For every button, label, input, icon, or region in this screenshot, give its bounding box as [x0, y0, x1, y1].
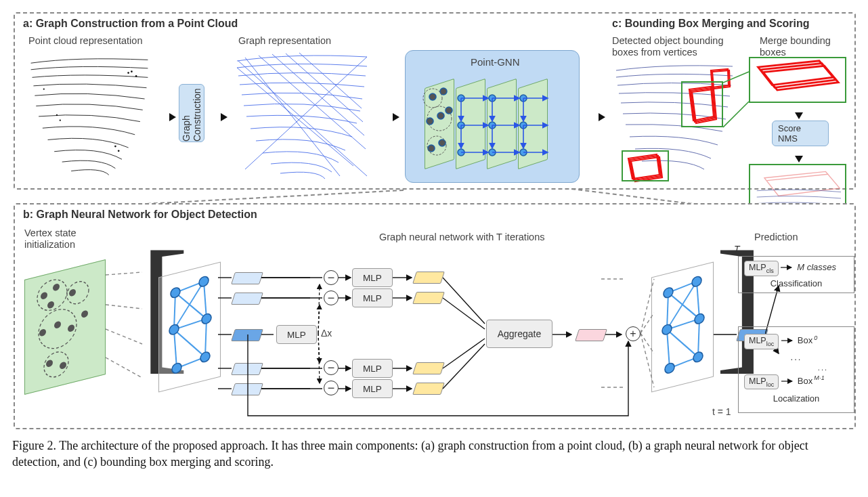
svg-point-77 [200, 351, 210, 363]
svg-point-14 [439, 139, 446, 146]
edge-feature-block-icon [412, 292, 445, 304]
svg-point-73 [199, 276, 209, 287]
vertex-init-plane [24, 259, 106, 395]
edge-feature-block-icon [412, 272, 445, 284]
svg-line-58 [106, 272, 142, 275]
graph-construction-label: Graph Construction [181, 85, 202, 142]
svg-point-8 [429, 93, 436, 100]
highlight-rect-icon [622, 150, 669, 181]
panel-c-title: c: Bounding Box Merging and Scoring [612, 18, 810, 30]
svg-line-111 [667, 293, 668, 329]
figure-caption: Figure 2. The architecture of the propos… [12, 437, 856, 471]
svg-line-105 [443, 298, 485, 329]
classification-box: MLPcls M classes Classification [738, 256, 854, 293]
svg-line-68 [174, 329, 177, 369]
point-gnn-container: Point-GNN [405, 50, 580, 183]
panel-b-title: b: Graph Neural Network for Object Detec… [23, 209, 257, 221]
svg-line-129 [641, 333, 654, 387]
svg-line-117 [698, 319, 699, 357]
svg-line-59 [106, 305, 142, 309]
svg-point-1 [131, 70, 133, 72]
mlp-loc-box: MLPloc [744, 374, 779, 390]
panel-b: b: Graph Neural Network for Object Detec… [14, 203, 856, 429]
mlp-loc-box: MLPloc [744, 334, 779, 349]
svg-point-44 [41, 291, 47, 299]
svg-line-104 [443, 278, 485, 324]
svg-point-50 [68, 324, 74, 332]
svg-point-4 [60, 120, 61, 121]
svg-point-49 [54, 320, 61, 328]
localization-box: MLPloc Box0 ... ... MLPloc BoxM-1 Locali… [738, 326, 854, 413]
svg-point-2 [135, 75, 137, 77]
graph-plane-left [158, 262, 221, 393]
classification-label: Classification [744, 278, 848, 288]
vertex-init-label: Vertex state initialization [24, 228, 99, 250]
arrow-icon [586, 111, 605, 125]
svg-line-116 [667, 329, 670, 369]
small-arrow-icon [781, 264, 794, 271]
t-superscript: T [734, 244, 740, 255]
graph-construction-box: Graph Construction [179, 84, 204, 142]
layer-connections-icon [454, 78, 556, 173]
svg-point-5 [114, 146, 116, 148]
svg-point-51 [81, 310, 88, 318]
svg-point-76 [172, 362, 181, 374]
svg-line-60 [106, 329, 142, 344]
arrow-icon [381, 111, 399, 125]
pointcloud-label: Point cloud representation [28, 35, 142, 46]
residual-line-icon [232, 329, 638, 421]
svg-point-75 [202, 313, 211, 324]
short-arrow-icon [714, 329, 741, 340]
svg-point-122 [662, 324, 672, 335]
svg-point-53 [60, 362, 66, 370]
dashed-fan-icon [641, 265, 659, 401]
svg-point-6 [118, 150, 120, 152]
merge-bbox-label: Merge bounding boxes [760, 35, 848, 58]
mlp-cls-box: MLPcls [744, 261, 779, 276]
svg-point-45 [53, 283, 60, 291]
localization-label: Localization [744, 393, 848, 404]
small-arrow-icon [781, 337, 795, 344]
svg-point-52 [46, 359, 53, 367]
t-equals-label: t = 1 [712, 406, 731, 417]
panel-a-title: a: Graph Construction from a Point Cloud [23, 18, 238, 30]
svg-point-3 [56, 114, 58, 116]
svg-line-69 [205, 319, 207, 357]
svg-point-123 [695, 313, 704, 324]
detected-bbox-label: Detected object bounding boxes from vert… [612, 35, 734, 58]
point-cloud-image [24, 47, 154, 183]
merge-column: Score NMS [749, 57, 849, 210]
prediction-label: Prediction [754, 232, 798, 242]
svg-point-120 [664, 286, 673, 298]
svg-point-121 [692, 276, 701, 287]
highlight-rect-icon [681, 81, 723, 127]
svg-point-72 [171, 286, 180, 298]
svg-point-7 [43, 88, 45, 89]
merge-top-image [749, 57, 846, 103]
down-arrow-icon [793, 104, 805, 119]
svg-point-46 [47, 301, 54, 309]
detection-image [611, 58, 738, 184]
svg-line-43 [723, 102, 749, 127]
svg-point-74 [169, 324, 179, 335]
point-gnn-label: Point-GNN [471, 56, 520, 68]
svg-line-127 [641, 313, 654, 333]
svg-line-63 [174, 293, 175, 329]
svg-line-61 [106, 358, 142, 378]
arrow-icon [157, 111, 176, 125]
m-classes-text: M classes [797, 262, 836, 272]
fanout-lines-icon [104, 257, 145, 397]
ellipsis-1: ... [744, 352, 848, 362]
svg-line-42 [723, 72, 749, 83]
green-connector-icon [723, 68, 753, 163]
svg-line-126 [641, 279, 654, 333]
boxm1-text: BoxM-1 [798, 376, 825, 386]
graph-rep-label: Graph representation [238, 35, 331, 46]
svg-point-11 [437, 112, 444, 119]
ellipsis-2: ... [744, 364, 848, 372]
arrow-icon [209, 111, 227, 125]
mlp-box: MLP [352, 288, 393, 307]
mlp-box: MLP [352, 268, 393, 287]
score-nms-box: Score NMS [772, 121, 829, 146]
dashed-mid-icon [601, 265, 628, 401]
